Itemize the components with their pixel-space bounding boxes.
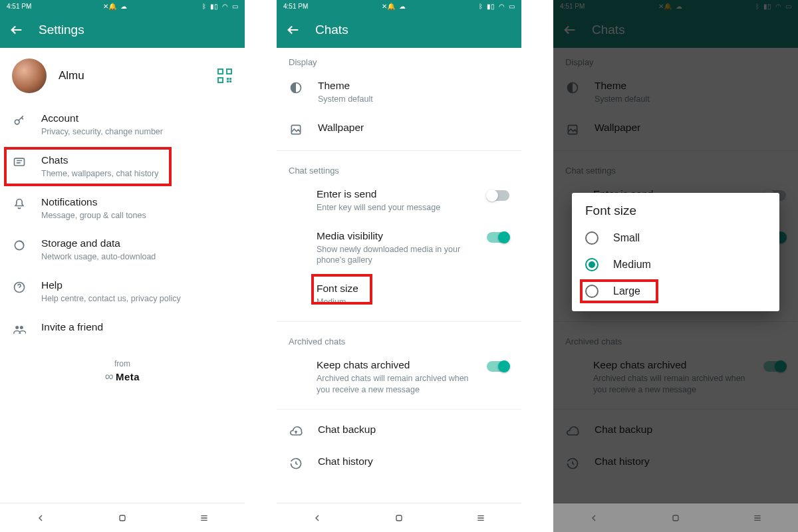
item-sub: System default [318,94,509,105]
avatar [12,59,47,93]
nav-recent[interactable] [192,506,216,530]
fontsize-option-small[interactable]: Small [577,225,774,251]
toggle-keep-archived[interactable] [487,361,509,372]
item-title: Account [41,112,233,126]
svg-point-7 [15,120,19,124]
svg-rect-0 [218,69,223,74]
radio-label: Small [613,232,640,244]
appbar: Settings [0,12,245,48]
radio-icon [585,231,598,245]
settings-item-chats[interactable]: Chats Theme, wallpapers, chat history [0,146,245,188]
settings-item-account[interactable]: Account Privacy, security, change number [0,104,245,146]
toggle-enter-send[interactable] [487,190,509,201]
signal-icon: ▮▯ [210,3,218,10]
history-icon [289,456,303,471]
panel-fontsize-dialog: 4:51 PM ✕🔔☁ ᛒ▮▯◠▭ Chats Display ThemeSys… [553,0,798,532]
svg-rect-13 [120,515,125,521]
chats-item-font-size[interactable]: Font size Medium [277,274,521,316]
wallpaper-icon [289,122,303,137]
divider [277,321,521,322]
item-title: Chat backup [318,423,509,437]
status-bar: 4:51 PM ✕🔔☁ ᛒ▮▯◠▭ [277,0,521,12]
settings-item-notifications[interactable]: Notifications Message, group & call tone… [0,188,245,229]
username: Almu [59,69,217,82]
sync-icon: ☁ [120,3,127,10]
nav-back[interactable] [305,506,329,530]
radio-label: Medium [613,259,651,271]
back-button[interactable] [286,23,301,37]
chats-item-wallpaper[interactable]: Wallpaper [277,113,521,145]
status-icons: ✕🔔 ☁ [103,3,131,10]
key-icon [12,113,27,128]
chats-item-media-visibility[interactable]: Media visibility Show newly downloaded m… [277,221,521,275]
settings-item-help[interactable]: Help Help centre, contact us, privacy po… [0,271,245,313]
panel-settings: 4:51 PM ✕🔔 ☁ ᛒ ▮▯ ◠ ▭ Settings Almu [0,0,245,532]
item-title: Keep chats archived [317,358,472,372]
dialog-title: Font size [577,203,774,225]
theme-icon [289,80,303,95]
settings-item-storage[interactable]: Storage and data Network usage, auto-dow… [0,229,245,271]
svg-rect-2 [218,78,223,82]
chats-icon [12,155,27,170]
item-title: Media visibility [317,229,472,243]
svg-rect-5 [227,80,229,82]
chats-item-enter-send[interactable]: Enter is send Enter key will send your m… [277,180,521,221]
mute-icon: ✕🔔 [103,3,116,10]
navbar [277,503,521,532]
nav-recent[interactable] [469,506,493,530]
nav-home[interactable] [387,506,411,530]
nav-back[interactable] [29,506,53,530]
data-icon [12,238,27,253]
svg-rect-3 [227,78,229,80]
radio-icon [585,258,598,271]
item-title: Notifications [41,196,233,209]
appbar: Chats [277,12,521,48]
radio-icon [585,285,598,298]
back-button[interactable] [9,23,24,37]
item-title: Storage and data [41,237,233,251]
item-sub: Show newly downloaded media in your phon… [317,244,472,267]
profile-row[interactable]: Almu [0,48,245,104]
section-chat-settings: Chat settings [277,156,521,180]
fontsize-dialog: Font size Small Medium Large [572,193,779,311]
fontsize-option-medium[interactable]: Medium [577,251,774,278]
chats-item-history[interactable]: Chat history [277,447,521,479]
svg-rect-1 [227,69,231,74]
chats-item-keep-archived[interactable]: Keep chats archived Archived chats will … [277,350,521,404]
item-sub: Archived chats will remain archived when… [317,373,472,396]
battery-icon: ▭ [232,3,238,10]
status-right: ᛒ ▮▯ ◠ ▭ [202,3,238,10]
footer-meta: from ∞ Meta [0,359,245,384]
item-sub: Medium [317,297,509,308]
item-title: Help [41,279,233,293]
svg-point-11 [15,326,19,329]
chats-item-theme[interactable]: Theme System default [277,71,521,113]
page-title: Chats [315,23,348,37]
settings-item-invite[interactable]: Invite a friend [0,313,245,344]
chats-item-backup[interactable]: Chat backup [277,415,521,447]
status-time: 4:51 PM [283,3,308,10]
divider [277,150,521,151]
svg-rect-6 [229,78,231,80]
nav-home[interactable] [110,506,134,530]
item-title: Chats [41,154,233,168]
section-archived: Archived chats [277,327,521,350]
item-sub: Enter key will send your message [317,202,472,213]
toggle-media-visibility[interactable] [487,232,509,243]
item-sub: Help centre, contact us, privacy policy [41,293,233,305]
navbar [0,503,245,532]
item-title: Font size [317,282,509,296]
bluetooth-icon: ᛒ [202,3,206,10]
people-icon [12,322,27,336]
status-bar: 4:51 PM ✕🔔 ☁ ᛒ ▮▯ ◠ ▭ [0,0,245,12]
section-display: Display [277,48,521,71]
radio-label: Large [613,285,640,297]
item-sub: Message, group & call tones [41,210,233,221]
item-title: Chat history [318,455,509,469]
qr-icon[interactable] [217,68,233,84]
wifi-icon: ◠ [222,3,228,10]
svg-rect-16 [396,515,402,521]
fontsize-option-large[interactable]: Large [577,278,774,305]
status-time: 4:51 PM [7,3,31,10]
cloud-icon [289,424,303,439]
